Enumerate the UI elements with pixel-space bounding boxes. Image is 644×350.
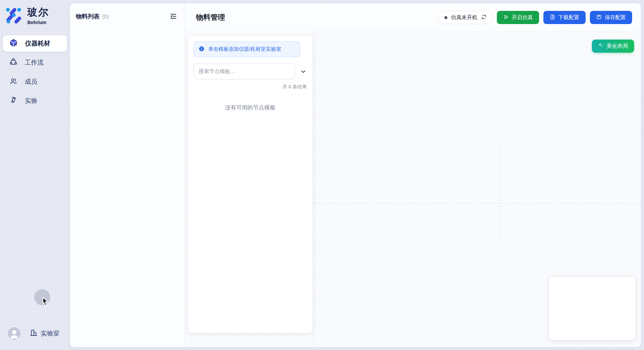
info-icon <box>199 46 205 53</box>
canvas-guide-line <box>499 141 500 241</box>
save-icon <box>596 14 602 21</box>
canvas-guide-line <box>314 203 641 204</box>
content-sheet: 物料列表 (0) 物料管理 仿真未开机 <box>70 3 641 347</box>
results-summary: 共 0 条结果 <box>194 84 307 90</box>
workflow-icon <box>9 58 17 68</box>
page-title: 物料管理 <box>196 13 225 22</box>
save-config-label: 保存配置 <box>605 14 626 21</box>
materials-list-count: (0) <box>102 14 109 20</box>
simulation-status-pill[interactable]: 仿真未开机 <box>438 11 493 24</box>
canvas-guide-line <box>314 33 314 345</box>
beautify-layout-button[interactable]: 美化布局 <box>592 40 634 53</box>
lab-selector[interactable]: 实验室 <box>30 329 59 338</box>
materials-list-title: 物料列表 <box>76 13 100 20</box>
avatar[interactable] <box>8 327 20 340</box>
sidebar-item-members[interactable]: 成员 <box>3 73 67 90</box>
sidebar-item-label: 工作流 <box>25 58 44 67</box>
brand-name: 玻尔 <box>27 6 49 19</box>
brand-logo: 玻尔 Bohrium <box>5 6 49 25</box>
sidebar-item-experiment[interactable]: 实验 <box>3 93 67 109</box>
start-simulation-label: 开启仿真 <box>512 14 533 21</box>
sidebar-item-workflow[interactable]: 工作流 <box>3 54 67 71</box>
chevron-down-icon[interactable] <box>300 68 307 76</box>
mouse-cursor <box>41 296 50 307</box>
sidebar-item-label: 成员 <box>25 77 37 86</box>
sidebar-footer: 实验室 <box>0 326 70 341</box>
sparkles-icon <box>598 43 604 50</box>
sidebar-item-label: 仪器耗材 <box>25 39 50 48</box>
sidebar-item-label: 实验 <box>25 97 37 105</box>
building-icon <box>30 329 38 338</box>
members-icon <box>9 77 17 87</box>
materials-list-panel: 物料列表 (0) <box>70 3 185 347</box>
sidebar: 玻尔 Bohrium 仪器耗材 工作流 <box>0 0 70 350</box>
flow-canvas[interactable]: 单击模板添加仪器/耗材至实验室 共 0 条结果 没有可用的节点模板 <box>185 32 641 347</box>
play-icon <box>503 14 509 21</box>
template-hint-banner: 单击模板添加仪器/耗材至实验室 <box>194 42 300 57</box>
bohrium-logo-icon <box>5 6 22 25</box>
template-search-input[interactable] <box>194 64 295 79</box>
status-dot-icon <box>444 16 447 19</box>
empty-templates-message: 没有可用的节点模板 <box>194 104 307 111</box>
experiment-icon <box>9 96 17 106</box>
download-config-label: 下载配置 <box>558 14 579 21</box>
save-config-button[interactable]: 保存配置 <box>590 11 632 24</box>
download-config-button[interactable]: 下载配置 <box>543 11 586 24</box>
panel-collapse-icon[interactable] <box>169 12 178 21</box>
sidebar-item-instruments[interactable]: 仪器耗材 <box>3 35 67 52</box>
template-hint-text: 单击模板添加仪器/耗材至实验室 <box>208 46 281 53</box>
brand-subtitle: Bohrium <box>27 20 49 25</box>
cube-icon <box>9 39 18 48</box>
main-header: 物料管理 仿真未开机 <box>185 3 641 32</box>
canvas-minimap[interactable] <box>549 276 636 340</box>
start-simulation-button[interactable]: 开启仿真 <box>497 11 539 24</box>
beautify-layout-label: 美化布局 <box>606 43 628 50</box>
refresh-icon[interactable] <box>481 14 487 21</box>
sidebar-nav: 仪器耗材 工作流 成员 <box>3 35 67 112</box>
lab-label: 实验室 <box>41 329 59 338</box>
main-area: 物料管理 仿真未开机 <box>185 3 641 347</box>
file-download-icon <box>550 14 555 21</box>
simulation-status-text: 仿真未开机 <box>451 14 477 21</box>
node-template-panel: 单击模板添加仪器/耗材至实验室 共 0 条结果 没有可用的节点模板 <box>188 36 313 333</box>
